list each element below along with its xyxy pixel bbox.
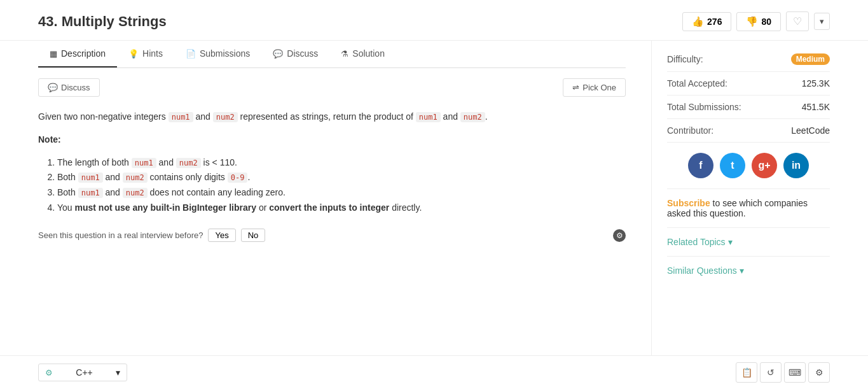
total-accepted-label: Total Accepted:: [667, 78, 727, 88]
bottom-right-actions: 📋 ↺ ⌨ ⚙: [736, 362, 830, 383]
no-button[interactable]: No: [241, 229, 266, 242]
similar-questions-label: Similar Questions: [667, 265, 737, 276]
subscribe-link[interactable]: Subscribe: [667, 198, 710, 208]
settings-button[interactable]: ⚙: [808, 362, 830, 383]
related-topics-link[interactable]: Related Topics ▾: [667, 237, 830, 247]
downvote-button[interactable]: 👎 80: [736, 12, 781, 31]
interview-question: Seen this question in a real interview b…: [38, 229, 626, 243]
tab-discuss[interactable]: 💬 Discuss: [261, 41, 329, 67]
similar-questions-link[interactable]: Similar Questions ▾: [667, 265, 830, 276]
discuss-tab-icon: 💬: [273, 49, 283, 59]
total-submissions-row: Total Submissions: 451.5K: [667, 95, 830, 119]
code-format-button[interactable]: 📋: [736, 362, 757, 383]
related-topics-section: Related Topics ▾: [667, 228, 830, 257]
pick-one-icon: ⇌: [572, 83, 579, 92]
refresh-button[interactable]: ↺: [760, 362, 782, 383]
favorite-button[interactable]: ♡: [786, 11, 809, 31]
tab-solution-label: Solution: [352, 48, 385, 59]
num1-code-1: num1: [169, 112, 193, 122]
upvote-button[interactable]: 👍 276: [682, 12, 731, 31]
action-bar: 💬 Discuss ⇌ Pick One: [38, 78, 626, 97]
tab-submissions[interactable]: 📄 Submissions: [174, 41, 261, 67]
difficulty-label: Difficulty:: [667, 54, 703, 64]
total-accepted-value: 125.3K: [802, 78, 830, 88]
problem-body: Given two non-negative integers num1 and…: [38, 110, 626, 243]
googleplus-button[interactable]: g+: [752, 153, 777, 178]
tab-description[interactable]: ▦ Description: [38, 41, 117, 67]
total-submissions-value: 451.5K: [802, 102, 830, 112]
googleplus-icon: g+: [758, 160, 770, 171]
submissions-icon: 📄: [186, 49, 196, 59]
tab-submissions-label: Submissions: [200, 48, 250, 59]
refresh-icon: ↺: [767, 367, 775, 378]
contributor-value: LeetCode: [791, 125, 830, 136]
difficulty-row: Difficulty: Medium: [667, 47, 830, 72]
thumbdown-icon: 👎: [746, 16, 758, 27]
discuss-btn-icon: 💬: [48, 83, 58, 92]
main-content: ▦ Description 💡 Hints 📄 Submissions 💬 Di…: [0, 41, 868, 355]
similar-questions-section: Similar Questions ▾: [667, 257, 830, 285]
tab-hints[interactable]: 💡 Hints: [117, 41, 174, 67]
pick-one-label: Pick One: [582, 83, 616, 92]
linkedin-button[interactable]: in: [783, 153, 809, 178]
related-topics-chevron: ▾: [728, 237, 733, 247]
tab-description-label: Description: [61, 48, 106, 59]
upvote-count: 276: [707, 17, 722, 27]
note1-num2: num2: [176, 158, 201, 168]
linkedin-icon: in: [792, 160, 801, 171]
total-submissions-label: Total Submissions:: [667, 102, 741, 112]
total-accepted-row: Total Accepted: 125.3K: [667, 72, 830, 95]
left-panel: ▦ Description 💡 Hints 📄 Submissions 💬 Di…: [38, 41, 652, 355]
code-format-icon: 📋: [741, 367, 752, 378]
lang-dropdown-icon: ▾: [116, 367, 120, 378]
list-item: The length of both num1 and num2 is < 11…: [57, 155, 626, 171]
hints-icon: 💡: [128, 49, 139, 59]
list-item: You must not use any built-in BigInteger…: [57, 201, 626, 216]
related-topics-label: Related Topics: [667, 237, 726, 247]
terminal-button[interactable]: ⌨: [784, 362, 806, 383]
list-item: Both num1 and num2 does not contain any …: [57, 185, 626, 201]
description-icon: ▦: [50, 49, 57, 59]
num2-code-2: num2: [460, 112, 485, 122]
discuss-button[interactable]: 💬 Discuss: [38, 78, 100, 97]
discuss-btn-label: Discuss: [61, 83, 90, 92]
more-button[interactable]: ▾: [814, 13, 830, 30]
contributor-label: Contributor:: [667, 125, 713, 136]
lang-icon: ⚙: [45, 368, 53, 378]
bold-biginteger: must not use any built-in BigInteger lib…: [75, 202, 256, 213]
note3-num2: num2: [123, 188, 148, 198]
settings-gear-icon: ⚙: [815, 367, 823, 378]
num2-code-1: num2: [213, 112, 238, 122]
settings-icon[interactable]: ⚙: [613, 229, 626, 242]
facebook-button[interactable]: f: [688, 153, 713, 178]
note2-digits: 0-9: [228, 173, 248, 183]
page-wrapper: 43. Multiply Strings 👍 276 👎 80 ♡ ▾ ▦ De…: [0, 0, 868, 389]
list-item: Both num1 and num2 contains only digits …: [57, 170, 626, 185]
social-buttons: f t g+ in: [667, 143, 830, 189]
tab-hints-label: Hints: [142, 48, 163, 59]
contributor-row: Contributor: LeetCode: [667, 119, 830, 143]
solution-icon: ⚗: [341, 49, 348, 59]
language-selector[interactable]: ⚙ C++ ▾: [38, 364, 127, 381]
facebook-icon: f: [699, 160, 702, 171]
twitter-icon: t: [731, 160, 734, 171]
lang-label: C++: [76, 367, 92, 378]
page-title: 43. Multiply Strings: [38, 13, 167, 30]
note2-num1: num1: [78, 173, 103, 183]
tab-solution[interactable]: ⚗ Solution: [329, 41, 396, 67]
thumbup-icon: 👍: [692, 16, 704, 27]
note2-num2: num2: [123, 173, 148, 183]
note1-num1: num1: [132, 158, 156, 168]
pick-one-button[interactable]: ⇌ Pick One: [563, 78, 626, 97]
problem-description: Given two non-negative integers num1 and…: [38, 110, 626, 125]
bold-convert: convert the inputs to integer: [269, 202, 389, 213]
num1-code-2: num1: [416, 112, 441, 122]
twitter-button[interactable]: t: [720, 153, 745, 178]
vote-actions: 👍 276 👎 80 ♡ ▾: [682, 11, 830, 31]
tabs: ▦ Description 💡 Hints 📄 Submissions 💬 Di…: [38, 41, 626, 68]
downvote-count: 80: [761, 17, 771, 27]
right-panel: Difficulty: Medium Total Accepted: 125.3…: [652, 41, 830, 355]
bottom-bar: ⚙ C++ ▾ 📋 ↺ ⌨ ⚙: [0, 355, 868, 389]
notes-list: The length of both num1 and num2 is < 11…: [38, 155, 626, 216]
yes-button[interactable]: Yes: [208, 229, 235, 242]
